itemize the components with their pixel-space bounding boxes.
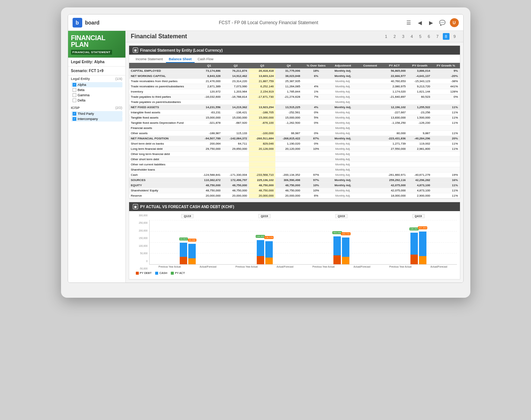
- page-3[interactable]: 3: [400, 33, 407, 40]
- tab-income-statement[interactable]: Income Statement: [133, 56, 166, 63]
- table-cell: [407, 152, 432, 157]
- filter-label-gamma: Gamma: [78, 93, 90, 97]
- table-cell: [381, 126, 407, 131]
- table-cell: [223, 157, 249, 162]
- table-cell: -268,815,422: [275, 136, 302, 141]
- table-cell: 48,750,000: [196, 183, 223, 188]
- table-cell: [196, 157, 223, 162]
- table-cell: 1,203,964: [223, 89, 249, 94]
- legend-debt-dot: [136, 272, 139, 275]
- table-cell: 60,523: [407, 94, 432, 100]
- table-cell: -171,330,004: [223, 172, 249, 178]
- table-cell: [359, 152, 381, 157]
- table-cell: 66,987: [275, 131, 302, 136]
- chart-title: PY ACTUAL VS FORECAST CASH AND DEBT (KCH…: [140, 205, 234, 209]
- page-4[interactable]: 4: [409, 33, 415, 40]
- table-cell: [356, 110, 359, 115]
- table-cell: -260,511,684: [249, 136, 275, 141]
- ic-sp-filter-title: IC/SP: [71, 106, 80, 110]
- screen: b board FCST - FP 08 Local Currency Fina…: [68, 14, 464, 283]
- table-cell: 13,515,225: [275, 105, 302, 110]
- card-toggle-icon[interactable]: ▣: [133, 48, 138, 53]
- table-cell: Other assets: [129, 131, 196, 136]
- filter-checkbox-gamma[interactable]: [73, 93, 76, 97]
- filter-checkbox-alpha[interactable]: ✓: [73, 83, 76, 87]
- table-cell: 306,590,498: [275, 178, 302, 183]
- filter-checkbox-intercompany[interactable]: ✓: [73, 117, 76, 121]
- avatar[interactable]: U: [450, 18, 459, 27]
- table-row: Cash-124,588,841-171,330,004-233,568,710…: [129, 172, 460, 178]
- table-cell: [359, 188, 381, 193]
- brand-statement: FINANCIAL STATEMENT: [71, 50, 112, 55]
- table-row: Reserve20,000,00020,000,00020,000,00020,…: [129, 193, 460, 198]
- table-cell: Shareholder loans: [129, 167, 196, 172]
- table-cell: [356, 89, 359, 94]
- app-title: FCST - FP 08 Local Currency Financial St…: [132, 20, 405, 25]
- filter-checkbox-third-party[interactable]: ✓: [73, 112, 76, 116]
- chat-icon[interactable]: 💬: [439, 19, 446, 26]
- table-cell: 20,418,418: [249, 68, 275, 74]
- page-7[interactable]: 7: [434, 33, 441, 40]
- table-cell: 6%: [302, 74, 330, 79]
- table-cell: [275, 162, 302, 167]
- q1-bars: 92,813 99: [150, 220, 227, 264]
- table-cell: Monthly Adj.: [330, 120, 355, 126]
- table-cell: [356, 105, 359, 110]
- table-row: Other assets-188,987115,133-100,00066,98…: [129, 131, 460, 136]
- table-cell: [359, 68, 381, 74]
- table-cell: Monthly Adj.: [330, 74, 355, 79]
- legal-entity-filter-controls[interactable]: (1/4): [115, 77, 122, 81]
- tab-cash-flow[interactable]: Cash Flow: [195, 56, 217, 63]
- filter-item-intercompany[interactable]: ✓ Intercompany: [71, 116, 122, 122]
- filter-item-gamma[interactable]: Gamma: [71, 93, 122, 98]
- page-9[interactable]: 9: [451, 33, 458, 40]
- page-2[interactable]: 2: [391, 33, 398, 40]
- laptop-frame: b board FCST - FP 08 Local Currency Fina…: [61, 7, 470, 298]
- table-cell: [356, 141, 359, 146]
- q2-forecast-debt-bar: [265, 258, 273, 264]
- scenario-section: Scenario: FCT 1+9: [68, 67, 125, 75]
- table-cell: [356, 152, 359, 157]
- filter-checkbox-beta[interactable]: [73, 88, 76, 92]
- table-cell: [196, 126, 223, 131]
- q3-prev-x-label: Previous Year Actual: [312, 265, 335, 268]
- table-cell: 10%: [302, 188, 330, 193]
- q3-prev-label: 553,568: [332, 231, 342, 234]
- chart-toggle-icon[interactable]: ▣: [133, 204, 138, 209]
- scenario-value: Scenario: FCT 1+9: [71, 69, 122, 73]
- menu-icon[interactable]: ☰: [405, 19, 413, 26]
- filter-item-delta[interactable]: Delta: [71, 98, 122, 103]
- ic-sp-filter-controls[interactable]: (2/2): [115, 106, 122, 110]
- table-row: Intangible fixed assets-63,231-136,421-1…: [129, 110, 460, 115]
- filter-item-beta[interactable]: Beta: [71, 87, 122, 93]
- filter-item-third-party[interactable]: ✓ Third Party: [71, 111, 122, 116]
- table-cell: 13,830,000: [381, 115, 407, 120]
- y-250: 250,000: [132, 222, 148, 224]
- q3-x-labels: Previous Year Actual Actual/Forecast: [303, 265, 380, 268]
- page-6[interactable]: 6: [426, 33, 432, 40]
- legend-debt: PY DEBT: [136, 271, 152, 275]
- q2-label: Q2/19: [258, 214, 271, 218]
- q3-label: Q3/19: [335, 214, 348, 218]
- table-cell: 2,981,800: [407, 146, 432, 152]
- filter-checkbox-delta[interactable]: [73, 98, 76, 102]
- nav-next-icon[interactable]: ▶: [428, 19, 435, 26]
- table-cell: 200,064: [196, 141, 223, 146]
- q3-prev-wrapper: 553,568: [333, 236, 341, 264]
- q2-x-labels: Previous Year Actual Actual/Forecast: [226, 265, 303, 268]
- tab-balance-sheet[interactable]: Balance Sheet: [166, 56, 195, 63]
- table-cell: [381, 157, 407, 162]
- q2-bars: 134,855 136,576: [226, 220, 303, 264]
- filter-label-alpha: Alpha: [78, 83, 86, 87]
- filter-item-alpha[interactable]: ✓ Alpha: [71, 82, 122, 87]
- page-5[interactable]: 5: [417, 33, 424, 40]
- page-8[interactable]: 8: [443, 33, 450, 40]
- table-cell: 15,000,000: [196, 115, 223, 120]
- q2-prev-cash-bar: 134,855: [257, 240, 264, 264]
- page-1[interactable]: 1: [383, 33, 390, 40]
- financial-statement-title: Financial Statement by Entity (Local Cur…: [140, 48, 223, 52]
- table-cell: 441%: [432, 84, 460, 89]
- nav-prev-icon[interactable]: ◀: [416, 19, 424, 26]
- table-cell: 3,886,014: [407, 68, 432, 74]
- table-cell: 7,073,990: [223, 84, 249, 89]
